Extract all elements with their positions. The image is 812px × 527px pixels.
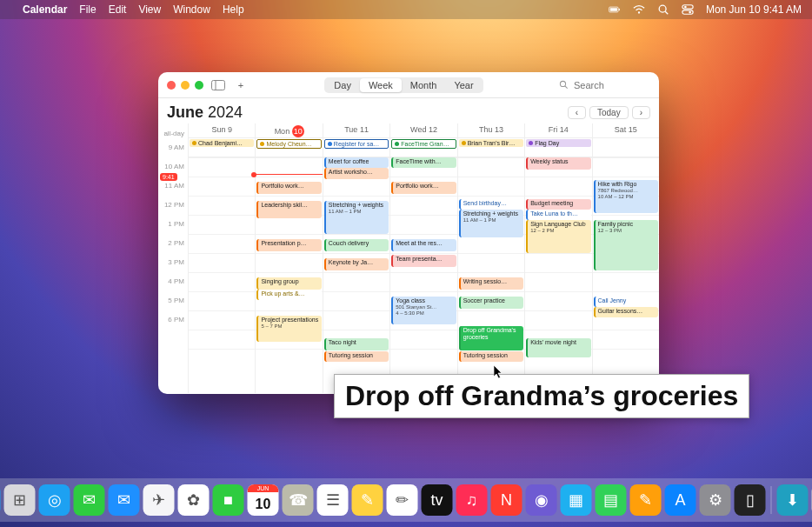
- calendar-event[interactable]: Team presenta…: [391, 255, 456, 267]
- dock-messages-icon[interactable]: ✉: [74, 484, 105, 516]
- all-day-event[interactable]: FaceTime Gran…: [391, 139, 456, 149]
- all-day-event[interactable]: Melody Cheun…: [256, 139, 321, 149]
- day-column[interactable]: Fri 14Flag DayWeekly statusBudget meetin…: [524, 123, 591, 393]
- view-year[interactable]: Year: [445, 78, 482, 92]
- dock-downloads-icon[interactable]: ⬇: [777, 484, 809, 516]
- calendar-event[interactable]: Portfolio work…: [391, 182, 456, 194]
- day-header[interactable]: Thu 13: [458, 123, 524, 137]
- calendar-event[interactable]: Kids' movie night: [526, 338, 590, 357]
- zoom-button[interactable]: [195, 81, 203, 90]
- calendar-event[interactable]: Hike with Rigo7867 Redwood…10 AM – 12 PM: [594, 180, 658, 213]
- dock-appstore-icon[interactable]: A: [665, 484, 696, 516]
- dock-maps-icon[interactable]: ✈: [143, 484, 175, 516]
- day-column[interactable]: Thu 13Brian Tran’s Bir…Send birthday…Str…: [457, 123, 524, 393]
- day-hours[interactable]: FaceTime with…Portfolio work…Meet at the…: [390, 157, 456, 393]
- calendar-event[interactable]: Stretching + weights11 AM – 1 PM: [324, 201, 389, 234]
- search-input[interactable]: [574, 80, 635, 90]
- day-column[interactable]: Wed 12FaceTime Gran…FaceTime with…Portfo…: [389, 123, 456, 393]
- all-day-event[interactable]: Brian Tran’s Bir…: [459, 139, 523, 147]
- day-column[interactable]: Sat 15Hike with Rigo7867 Redwood…10 AM –…: [592, 123, 659, 393]
- control-center-icon[interactable]: [682, 3, 694, 16]
- dock-podcasts-icon[interactable]: ◉: [526, 484, 557, 516]
- menubar-item-edit[interactable]: Edit: [109, 3, 127, 16]
- day-header[interactable]: Tue 11: [323, 123, 389, 137]
- dock-safari-icon[interactable]: ◎: [39, 484, 70, 516]
- calendar-event[interactable]: Budget meeting: [526, 199, 590, 210]
- menubar-app-name[interactable]: Calendar: [23, 3, 67, 16]
- calendar-event[interactable]: Singing group: [256, 277, 321, 290]
- dock-settings-icon[interactable]: ⚙: [700, 484, 731, 516]
- calendar-event[interactable]: Yoga class501 Stanyan St…4 – 5:30 PM: [391, 297, 456, 324]
- calendar-event[interactable]: Weekly status: [526, 157, 590, 170]
- day-header[interactable]: Fri 14: [525, 123, 591, 137]
- dock-music-icon[interactable]: ♫: [456, 484, 488, 516]
- dock-numbers-icon[interactable]: ▤: [596, 484, 627, 516]
- today-button[interactable]: Today: [589, 106, 629, 119]
- wifi-icon[interactable]: [633, 3, 645, 16]
- calendar-event[interactable]: Presentation p…: [256, 239, 321, 251]
- battery-icon[interactable]: [609, 3, 621, 16]
- menubar-item-window[interactable]: Window: [173, 3, 210, 16]
- view-week[interactable]: Week: [360, 78, 402, 92]
- spotlight-icon[interactable]: [657, 3, 669, 16]
- prev-week-button[interactable]: ‹: [568, 106, 586, 119]
- calendar-event[interactable]: Couch delivery: [324, 239, 389, 251]
- calendar-event[interactable]: Take Luna to th…: [526, 210, 590, 220]
- dock-photos-icon[interactable]: ✿: [178, 484, 210, 516]
- calendar-event[interactable]: Portfolio work…: [256, 182, 321, 194]
- day-column[interactable]: Tue 11Register for sa…Meet for coffeeArt…: [323, 123, 389, 393]
- day-column[interactable]: Sun 9Chad Benjami…: [188, 123, 255, 393]
- calendar-event[interactable]: FaceTime with…: [391, 157, 456, 168]
- calendar-event[interactable]: Keynote by Ja…: [324, 258, 389, 270]
- add-event-icon[interactable]: +: [233, 78, 249, 92]
- dock-iphone-mirror-icon[interactable]: ▯: [735, 484, 766, 516]
- view-month[interactable]: Month: [402, 78, 446, 92]
- menubar-clock[interactable]: Mon Jun 10 9:41 AM: [706, 3, 802, 16]
- calendar-event[interactable]: Stretching + weights11 AM – 1 PM: [459, 210, 523, 237]
- calendar-event[interactable]: Guitar lessons…: [594, 307, 658, 317]
- all-day-event[interactable]: Register for sa…: [324, 139, 389, 149]
- close-button[interactable]: [167, 81, 176, 90]
- dock-launchpad-icon[interactable]: ⊞: [4, 484, 36, 516]
- dock-finder-icon[interactable]: ☻: [0, 484, 1, 516]
- dock-freeform-icon[interactable]: ✏: [387, 484, 418, 516]
- dock-reminders-icon[interactable]: ☰: [317, 484, 349, 516]
- dock-mail-icon[interactable]: ✉: [109, 484, 140, 516]
- dock-pages-icon[interactable]: ✎: [630, 484, 662, 516]
- calendar-event[interactable]: Call Jenny: [594, 297, 658, 307]
- dock-contacts-icon[interactable]: ☎: [283, 484, 314, 516]
- calendar-event[interactable]: Leadership skil…: [256, 201, 321, 218]
- day-header[interactable]: Sun 9: [189, 123, 255, 137]
- dock-calendar-icon[interactable]: JUN10: [248, 484, 279, 516]
- menubar-item-file[interactable]: File: [79, 3, 96, 16]
- day-column[interactable]: Mon 10Melody Cheun…Portfolio work…Leader…: [255, 123, 322, 393]
- calendar-event[interactable]: Sign Language Club12 – 2 PM: [526, 220, 590, 253]
- next-week-button[interactable]: ›: [632, 106, 650, 119]
- day-hours[interactable]: Portfolio work…Leadership skil…Presentat…: [256, 157, 322, 393]
- dock-tv-icon[interactable]: tv: [422, 484, 453, 516]
- calendar-event[interactable]: Meet for coffee: [324, 157, 389, 168]
- calendar-event[interactable]: Meet at the res…: [391, 239, 456, 251]
- day-header[interactable]: Mon 10: [256, 123, 322, 137]
- day-hours[interactable]: Send birthday…Stretching + weights11 AM …: [458, 157, 524, 393]
- day-hours[interactable]: [189, 157, 255, 393]
- calendar-event[interactable]: Family picnic12 – 3 PM: [594, 220, 658, 270]
- calendar-event[interactable]: Artist worksho…: [324, 168, 389, 179]
- calendar-event[interactable]: Writing sessio…: [459, 277, 523, 290]
- day-hours[interactable]: Weekly statusBudget meetingTake Luna to …: [525, 157, 591, 393]
- calendar-event[interactable]: Soccer practice: [459, 297, 523, 309]
- all-day-event[interactable]: Chad Benjami…: [190, 139, 254, 147]
- calendar-event[interactable]: Tutoring session: [324, 351, 389, 362]
- menubar-item-help[interactable]: Help: [223, 3, 244, 16]
- day-header[interactable]: Wed 12: [390, 123, 456, 137]
- calendar-event[interactable]: Send birthday…: [459, 199, 523, 210]
- calendar-event[interactable]: Tutoring session: [459, 351, 523, 362]
- day-hours[interactable]: Hike with Rigo7867 Redwood…10 AM – 12 PM…: [593, 157, 659, 393]
- dock-notes-icon[interactable]: ✎: [352, 484, 383, 516]
- view-day[interactable]: Day: [325, 78, 360, 92]
- menubar-item-view[interactable]: View: [138, 3, 161, 16]
- minimize-button[interactable]: [181, 81, 190, 90]
- dock-keynote-icon[interactable]: ▦: [561, 484, 592, 516]
- calendar-event[interactable]: Drop off Grandma's groceries: [459, 326, 523, 350]
- toggle-sidebar-icon[interactable]: [210, 78, 226, 92]
